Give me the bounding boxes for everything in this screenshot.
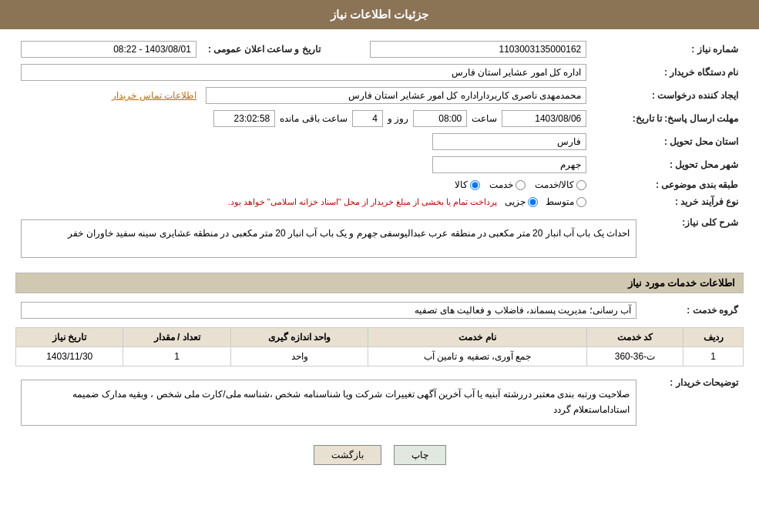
category-radio-kala[interactable]: کالا — [455, 179, 480, 190]
service-group-value: آب رسانی؛ مدیریت پسماند، فاضلاب و فعالیت… — [21, 302, 636, 319]
services-table: ردیف کد خدمت نام خدمت واحد اندازه گیری ت… — [15, 327, 744, 366]
cell-code: ت-36-360 — [586, 347, 683, 366]
cell-row: 1 — [683, 347, 744, 366]
description-cell: احداث یک باب آب انبار 20 متر مکعبی در من… — [17, 212, 640, 265]
time-label: ساعت — [472, 113, 497, 124]
need-number-label: شماره نیاز : — [592, 38, 742, 60]
process-radio-motavaset-input[interactable] — [576, 197, 586, 207]
category-radio-khidmat-input[interactable] — [516, 180, 526, 190]
creator-cell: محمدمهدی ناصری کاربرداراداره کل امور عشا… — [202, 85, 590, 106]
description-table: شرح کلی نیاز: احداث یک باب آب انبار 20 م… — [15, 211, 744, 266]
days-label: روز و — [388, 113, 408, 124]
deadline-cell: 1403/08/06 ساعت 08:00 روز و 4 ساعت باقی … — [17, 108, 590, 129]
service-group-table: گروه خدمت : آب رسانی؛ مدیریت پسماند، فاض… — [15, 298, 744, 323]
cell-quantity: 1 — [123, 347, 230, 366]
province-label: استان محل تحویل : — [592, 131, 742, 152]
info-table: شماره نیاز : 1103003135000162 تاریخ و سا… — [15, 37, 744, 211]
city-cell: جهرم — [17, 154, 590, 176]
button-row: چاپ بازگشت — [15, 445, 744, 465]
announce-label: تاریخ و ساعت اعلان عمومی : — [202, 38, 365, 60]
need-number-cell: 1103003135000162 — [366, 38, 590, 60]
service-group-label: گروه خدمت : — [642, 299, 742, 321]
buyer-org-value: اداره کل امور عشایر استان فارس — [21, 64, 586, 81]
process-cell: متوسط جزیی پرداخت تمام یا بخشی از مبلغ خ… — [17, 194, 590, 209]
category-cell: کالا/خدمت خدمت کالا — [17, 177, 590, 192]
category-radio-khidmat[interactable]: خدمت — [489, 179, 526, 190]
table-row: شماره نیاز : 1103003135000162 تاریخ و سا… — [17, 38, 742, 60]
col-row: ردیف — [683, 328, 744, 347]
buyer-notes-row: توضیحات خریدار : صلاحیت ورتبه بندی معتبر… — [17, 373, 742, 433]
print-button[interactable]: چاپ — [394, 445, 446, 465]
description-row: شرح کلی نیاز: احداث یک باب آب انبار 20 م… — [17, 212, 742, 265]
deadline-date-value: 1403/08/06 — [502, 110, 586, 127]
buyer-notes-table: توضیحات خریدار : صلاحیت ورتبه بندی معتبر… — [15, 371, 744, 434]
page-title: جزئیات اطلاعات نیاز — [331, 8, 428, 21]
deadline-label: مهلت ارسال پاسخ: تا تاریخ: — [592, 108, 742, 129]
creator-label: ایجاد کننده درخواست : — [592, 85, 742, 106]
col-name: نام خدمت — [368, 328, 586, 347]
remaining-value: 23:02:58 — [213, 110, 275, 127]
content-area: شماره نیاز : 1103003135000162 تاریخ و سا… — [0, 29, 759, 473]
table-row: نام دستگاه خریدار : اداره کل امور عشایر … — [17, 62, 742, 83]
category-radio-kala-input[interactable] — [470, 180, 480, 190]
table-row: 1 ت-36-360 جمع آوری، تصفیه و تامین آب وا… — [16, 347, 744, 366]
process-radio-jozi-input[interactable] — [528, 197, 538, 207]
cell-date: 1403/11/30 — [16, 347, 123, 366]
cell-name: جمع آوری، تصفیه و تامین آب — [368, 347, 586, 366]
announce-cell: 1403/08/01 - 08:22 — [17, 38, 200, 60]
table-row: شهر محل تحویل : جهرم — [17, 154, 742, 176]
process-label: نوع فرآیند خرید : — [592, 194, 742, 209]
province-value: فارس — [432, 133, 586, 150]
services-section-title: اطلاعات خدمات مورد نیاز — [15, 273, 744, 293]
contact-link-cell[interactable]: اطلاعات تماس خریدار — [17, 85, 200, 106]
table-row: طبقه بندی موضوعی : کالا/خدمت خدمت کالا — [17, 177, 742, 192]
table-row: ایجاد کننده درخواست : محمدمهدی ناصری کار… — [17, 85, 742, 106]
table-row: نوع فرآیند خرید : متوسط جزیی پرداخت تمام… — [17, 194, 742, 209]
buyer-notes-value: صلاحیت ورتبه بندی معتبر دررشته آبنیه یا … — [21, 380, 636, 426]
buyer-org-cell: اداره کل امور عشایر استان فارس — [17, 62, 590, 83]
category-label: طبقه بندی موضوعی : — [592, 177, 742, 192]
description-label: شرح کلی نیاز: — [642, 212, 742, 265]
col-unit: واحد اندازه گیری — [230, 328, 368, 347]
remaining-label: ساعت باقی مانده — [280, 113, 348, 124]
city-label: شهر محل تحویل : — [592, 154, 742, 176]
table-row: استان محل تحویل : فارس — [17, 131, 742, 152]
col-quantity: تعداد / مقدار — [123, 328, 230, 347]
need-number-value: 1103003135000162 — [370, 41, 586, 58]
creator-value: محمدمهدی ناصری کاربرداراداره کل امور عشا… — [206, 87, 586, 104]
process-radio-jozi[interactable]: جزیی — [505, 196, 538, 207]
service-group-cell: آب رسانی؛ مدیریت پسماند، فاضلاب و فعالیت… — [17, 299, 640, 321]
deadline-time-value: 08:00 — [413, 110, 467, 127]
process-radio-motavaset[interactable]: متوسط — [546, 196, 586, 207]
category-radio-kala-khidmat-input[interactable] — [576, 180, 586, 190]
buyer-notes-text: صلاحیت ورتبه بندی معتبر دررشته آبنیه یا … — [72, 389, 630, 415]
buyer-notes-label: توضیحات خریدار : — [642, 373, 742, 433]
category-radio-group: کالا/خدمت خدمت کالا — [21, 179, 586, 190]
city-value: جهرم — [432, 156, 586, 173]
services-table-head: ردیف کد خدمت نام خدمت واحد اندازه گیری ت… — [16, 328, 744, 347]
buyer-org-label: نام دستگاه خریدار : — [592, 62, 742, 83]
buyer-notes-cell: صلاحیت ورتبه بندی معتبر دررشته آبنیه یا … — [17, 373, 640, 433]
days-value: 4 — [352, 110, 383, 127]
category-radio-kala-khidmat[interactable]: کالا/خدمت — [535, 179, 586, 190]
description-value: احداث یک باب آب انبار 20 متر مکعبی در من… — [21, 219, 636, 258]
main-container: جزئیات اطلاعات نیاز شماره نیاز : 1103003… — [0, 0, 759, 532]
service-group-row: گروه خدمت : آب رسانی؛ مدیریت پسماند، فاض… — [17, 299, 742, 321]
page-header: جزئیات اطلاعات نیاز — [0, 0, 759, 29]
services-table-header-row: ردیف کد خدمت نام خدمت واحد اندازه گیری ت… — [16, 328, 744, 347]
back-button[interactable]: بازگشت — [314, 445, 381, 465]
cell-unit: واحد — [230, 347, 368, 366]
table-row: مهلت ارسال پاسخ: تا تاریخ: 1403/08/06 سا… — [17, 108, 742, 129]
col-code: کد خدمت — [586, 328, 683, 347]
contact-link[interactable]: اطلاعات تماس خریدار — [112, 90, 196, 101]
col-date: تاریخ نیاز — [16, 328, 123, 347]
province-cell: فارس — [17, 131, 590, 152]
services-table-body: 1 ت-36-360 جمع آوری، تصفیه و تامین آب وا… — [16, 347, 744, 366]
process-note: پرداخت تمام یا بخشی از مبلغ خریدار از مح… — [228, 197, 498, 207]
announce-value: 1403/08/01 - 08:22 — [21, 41, 196, 58]
